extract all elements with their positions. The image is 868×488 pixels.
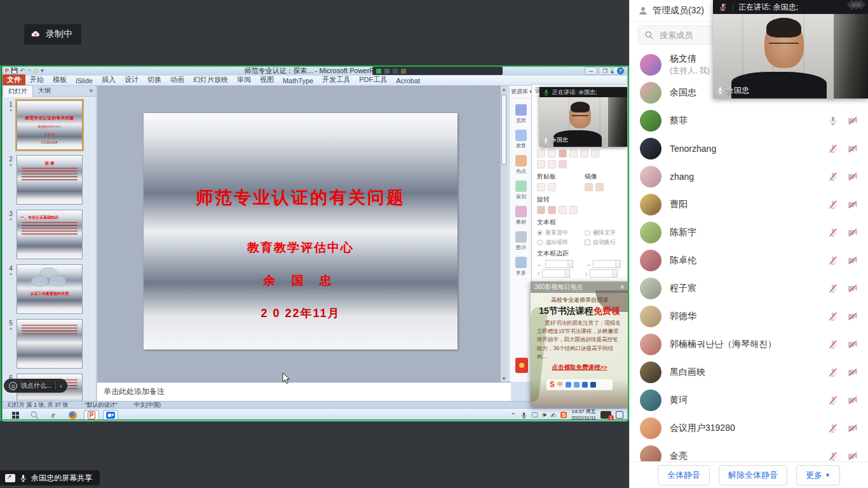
- ribbon-tab-设计[interactable]: 设计: [120, 74, 143, 85]
- textbox-option[interactable]: 横排文字: [580, 227, 627, 237]
- collapse-ribbon-icon[interactable]: ▴: [611, 68, 614, 74]
- ie-icon[interactable]: e: [46, 410, 61, 421]
- slide-thumbnail[interactable]: 一、专业认证基础知识: [17, 210, 83, 259]
- member-row[interactable]: 郭德华: [630, 302, 868, 330]
- member-camera-icon[interactable]: [848, 283, 858, 294]
- member-mic-icon[interactable]: [828, 172, 838, 182]
- slide-canvas[interactable]: 师范专业认证的有关问题 教育教学评估中心 余 国 忠 2 0 22年11月: [144, 113, 458, 349]
- resource-item-素材[interactable]: 素材: [510, 206, 532, 226]
- margin-left-field[interactable]: ←: [532, 259, 580, 268]
- scroll-up-icon[interactable]: ▲: [501, 86, 507, 93]
- slide-thumbnail[interactable]: [17, 319, 83, 369]
- recording-badge[interactable]: 录制中: [24, 24, 81, 44]
- unmute-all-button[interactable]: 解除全体静音: [719, 465, 787, 485]
- member-mic-icon[interactable]: [828, 339, 838, 349]
- resource-item-热点[interactable]: 热点: [510, 155, 532, 175]
- member-row[interactable]: zhang: [630, 163, 868, 191]
- minimize-button[interactable]: ─: [585, 67, 597, 75]
- red-packet-icon[interactable]: [515, 358, 528, 373]
- comment-input-bubble[interactable]: ☺ 说点什么... ‹: [4, 379, 67, 393]
- tab-outline[interactable]: 大纲: [33, 85, 56, 97]
- quick-access-toolbar[interactable]: P 💾 ↶ ↷ 🗀 ▾: [3, 68, 44, 74]
- member-camera-icon[interactable]: [848, 367, 858, 377]
- save-icon[interactable]: 💾: [11, 68, 18, 74]
- notification-center-icon[interactable]: [616, 411, 623, 419]
- ribbon-tab-审阅[interactable]: 审阅: [233, 74, 255, 85]
- member-camera-icon[interactable]: [848, 116, 858, 126]
- member-row[interactable]: 会议用户319280: [630, 414, 868, 442]
- undo-icon[interactable]: ↶: [20, 68, 25, 74]
- tray-mic-icon[interactable]: [520, 412, 527, 419]
- maximize-button[interactable]: ❐: [599, 67, 611, 75]
- slide-thumbnail[interactable]: 认证工作重要指向作用: [17, 264, 83, 314]
- tray-display-icon[interactable]: 🖵: [532, 411, 538, 419]
- tray-clock[interactable]: 14:37 周五 2022/11/11: [571, 409, 596, 421]
- member-row[interactable]: 程子宸: [630, 274, 868, 302]
- member-row[interactable]: 曹阳: [630, 191, 868, 219]
- resource-item-更多[interactable]: 更多: [510, 257, 532, 276]
- close-panel-icon[interactable]: ✕: [88, 88, 93, 94]
- powerpoint-icon[interactable]: P: [84, 410, 99, 421]
- ribbon-tab-MathType[interactable]: MathType: [278, 76, 318, 85]
- screen-share-badge[interactable]: 余国忠的屏幕共享: [0, 470, 100, 485]
- resource-sidebar-title[interactable]: 资源库 ▾: [510, 86, 532, 98]
- camera-badge-icon[interactable]: 1: [600, 411, 611, 419]
- member-row[interactable]: 黑白画映: [630, 358, 868, 386]
- floating-toolbar-overlay[interactable]: [372, 67, 503, 75]
- editor-scrollbar[interactable]: ▲ ▼: [500, 86, 507, 382]
- qat-dropdown-icon[interactable]: ▾: [41, 68, 44, 74]
- ribbon-tab-动画[interactable]: 动画: [166, 74, 189, 85]
- ppt-titlebar[interactable]: 师范专业认证：探索... - Microsoft PowerPoint P 💾 …: [3, 66, 627, 76]
- member-mic-icon[interactable]: [828, 367, 838, 377]
- member-mic-icon[interactable]: [828, 451, 838, 461]
- tray-volume-icon[interactable]: 🕪: [542, 411, 546, 419]
- resource-item-教育[interactable]: 教育: [510, 130, 532, 149]
- ad-popup[interactable]: 360影视每日焦点 ✕ 高校专业老师亲自授课 15节书法课程免费领 爱好书法的朋…: [531, 281, 628, 407]
- folder-icon[interactable]: 🗀: [33, 68, 39, 74]
- ad-claim-link[interactable]: 点击领取免费课程>>: [531, 363, 628, 372]
- member-camera-icon[interactable]: [848, 423, 858, 433]
- member-mic-icon[interactable]: [828, 255, 838, 266]
- chevron-up-icon[interactable]: ⌃: [510, 412, 515, 419]
- ribbon-tab-Acrobat[interactable]: Acrobat: [391, 76, 424, 85]
- member-camera-icon[interactable]: [848, 227, 858, 238]
- member-camera-icon[interactable]: [848, 451, 858, 461]
- member-row[interactable]: 郭楠楠궈난난（海琴해친）: [630, 330, 868, 358]
- textbox-option[interactable]: 自动换行: [580, 237, 627, 247]
- member-mic-icon[interactable]: [828, 283, 838, 294]
- ribbon-tab-视图[interactable]: 视图: [255, 74, 278, 85]
- ribbon-tab-开发工具[interactable]: 开发工具: [318, 74, 355, 85]
- more-button[interactable]: 更多▼: [796, 465, 840, 485]
- member-camera-icon[interactable]: [848, 311, 858, 322]
- ribbon-tab-幻灯片放映[interactable]: 幻灯片放映: [189, 74, 233, 85]
- member-row[interactable]: 陈卓伦: [630, 247, 868, 274]
- member-camera-icon[interactable]: [848, 255, 858, 266]
- resource-item-党政[interactable]: 党政: [510, 104, 532, 124]
- member-camera-icon[interactable]: [848, 200, 858, 210]
- resource-item-图示[interactable]: 图示: [510, 231, 532, 251]
- tab-slides[interactable]: 幻灯片: [3, 85, 33, 97]
- redo-icon[interactable]: ↷: [27, 68, 32, 74]
- ribbon-tab-插入[interactable]: 插入: [97, 74, 120, 85]
- ad-close-icon[interactable]: ✕: [620, 284, 625, 290]
- speaker-video-window[interactable]: 正在讲话: 余国忠; 余国忠: [713, 0, 868, 98]
- ribbon-tab-file[interactable]: 文件: [3, 74, 25, 85]
- ribbon-tab-开始[interactable]: 开始: [25, 74, 48, 85]
- scrollbar-thumb[interactable]: [501, 95, 506, 165]
- member-mic-icon[interactable]: [828, 227, 838, 238]
- notes-pane[interactable]: 单击此处添加备注: [97, 382, 511, 401]
- member-row[interactable]: Tenorzhang: [630, 135, 868, 163]
- textbox-option[interactable]: 溢出缩排: [532, 237, 580, 247]
- member-camera-icon[interactable]: [848, 144, 858, 154]
- member-row[interactable]: 陈新宇: [630, 219, 868, 247]
- scroll-down-icon[interactable]: ▼: [501, 375, 507, 382]
- help-icon[interactable]: ?: [617, 67, 624, 74]
- member-row[interactable]: 黄珂: [630, 386, 868, 414]
- meeting-icon[interactable]: [103, 410, 118, 421]
- search-icon[interactable]: [27, 410, 42, 421]
- resource-item-策划[interactable]: 策划: [510, 180, 532, 200]
- emoji-icon[interactable]: ☺: [9, 382, 17, 390]
- member-mic-icon[interactable]: [828, 116, 838, 126]
- member-row[interactable]: 蔡菲: [630, 107, 868, 135]
- member-mic-icon[interactable]: [828, 423, 838, 433]
